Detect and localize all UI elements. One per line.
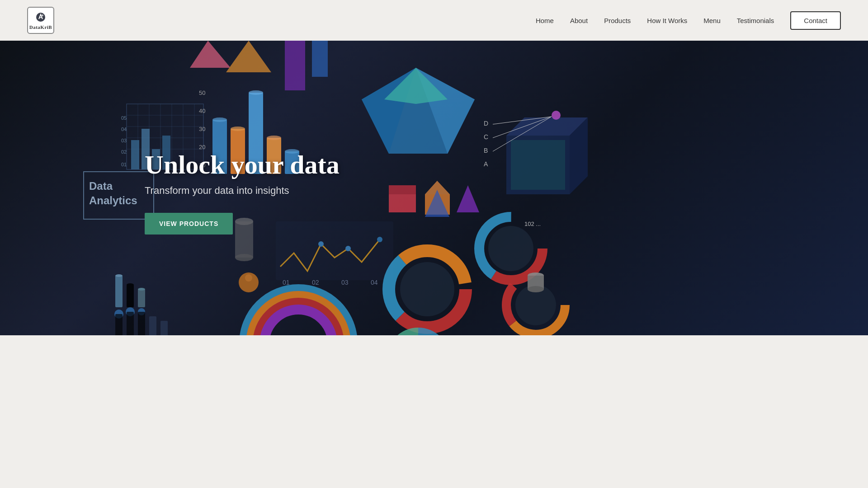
svg-point-1 [42,14,43,16]
nav-home[interactable]: Home [536,17,554,24]
hero-section: 05 04 03 02 01 50 40 30 20 10 [0,41,868,335]
nav-how-it-works[interactable]: How It Works [647,17,687,24]
main-nav: Home About Products How It Works Menu Te… [536,11,841,30]
bottom-section [0,335,868,402]
nav-menu[interactable]: Menu [703,17,721,24]
logo-container[interactable]: DataKriB [27,7,54,34]
logo-icon [34,11,47,23]
nav-testimonials[interactable]: Testimonials [737,17,774,24]
header: DataKriB Home About Products How It Work… [0,0,868,41]
view-products-button[interactable]: VIEW PRODUCTS [145,213,233,235]
hero-subtitle: Transform your data into insights [145,185,340,197]
logo-box: DataKriB [27,7,54,34]
hero-content: Unlock your data Transform your data int… [0,141,340,235]
nav-about[interactable]: About [570,17,588,24]
hero-title: Unlock your data [145,150,340,179]
nav-products[interactable]: Products [604,17,631,24]
contact-button[interactable]: Contact [790,11,841,30]
logo-text: DataKriB [29,24,52,30]
